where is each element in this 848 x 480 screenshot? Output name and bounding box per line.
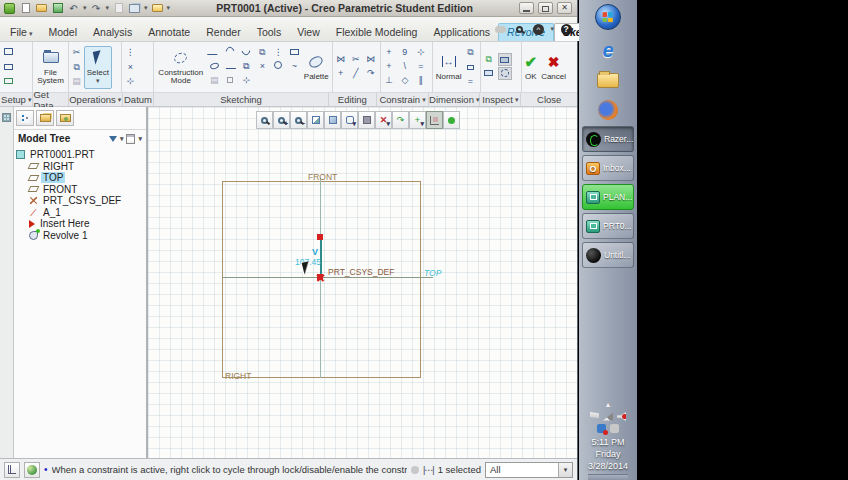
sketch-display-filters-icon[interactable] bbox=[443, 111, 460, 129]
cancel-button[interactable]: ✖ Cancel bbox=[539, 51, 568, 84]
datum-csys-icon[interactable]: ⊹ bbox=[123, 75, 137, 88]
tree-item-csys[interactable]: PRT_CSYS_DEF bbox=[16, 195, 146, 207]
feature-requirements-icon[interactable] bbox=[498, 67, 512, 80]
tray-expand-icon[interactable]: ▲ bbox=[605, 401, 612, 408]
open-file-icon[interactable] bbox=[35, 2, 48, 15]
paste-icon[interactable]: ▤ bbox=[70, 75, 84, 88]
volume-muted-icon[interactable] bbox=[617, 412, 626, 421]
favorites-tab[interactable] bbox=[56, 110, 74, 126]
chamfer-tool-icon[interactable] bbox=[223, 60, 238, 73]
spin-center-icon[interactable]: +▾ bbox=[409, 111, 426, 129]
taskbar-button-inbox[interactable]: O Inbox... bbox=[582, 155, 634, 181]
tree-item-right[interactable]: RIGHT bbox=[16, 161, 146, 173]
search-tool-icon[interactable]: |⋯| bbox=[423, 465, 434, 475]
horizontal-constraint-icon[interactable]: + bbox=[382, 60, 396, 73]
tree-item-part[interactable]: PRT0001.PRT bbox=[16, 149, 146, 161]
horizontal-reference-line[interactable] bbox=[222, 277, 433, 278]
start-button[interactable] bbox=[595, 4, 621, 30]
overlapping-geometry-icon[interactable]: ⧉ bbox=[482, 53, 496, 66]
graphics-canvas[interactable]: + − ▾ ✕▾ ↷ +▾ bbox=[148, 107, 577, 458]
delete-segment-icon[interactable]: ✂ bbox=[349, 53, 363, 66]
tray-app-icon[interactable] bbox=[610, 424, 619, 433]
display-style-icon[interactable] bbox=[324, 111, 341, 129]
print-icon[interactable] bbox=[1, 46, 15, 59]
named-views-icon[interactable]: ▾ bbox=[341, 111, 358, 129]
maximize-button[interactable] bbox=[538, 2, 553, 14]
cut-icon[interactable]: ✂ bbox=[70, 46, 84, 59]
tab-tools[interactable]: Tools bbox=[249, 24, 290, 41]
feature-list-icon[interactable] bbox=[4, 462, 20, 478]
folder-browser-tab[interactable] bbox=[36, 110, 54, 126]
shade-closed-loops-icon[interactable] bbox=[498, 53, 512, 66]
tree-settings-icon[interactable] bbox=[126, 134, 135, 144]
firefox-button[interactable] bbox=[588, 96, 628, 124]
tree-filter-arrow[interactable]: ▾ bbox=[120, 135, 124, 143]
repaint-icon[interactable] bbox=[307, 111, 324, 129]
group-label-dimension[interactable]: Dimension▾ bbox=[429, 93, 480, 106]
vertical-constraint-icon[interactable]: + bbox=[382, 46, 396, 59]
open-session-icon[interactable] bbox=[151, 2, 164, 15]
sketch-view-icon[interactable] bbox=[426, 111, 443, 129]
tab-model[interactable]: Model bbox=[40, 24, 85, 41]
undo-icon[interactable]: ↶ bbox=[67, 2, 80, 15]
display-setup-icon[interactable] bbox=[1, 61, 15, 74]
select-button[interactable]: Select ▾ bbox=[84, 46, 112, 89]
point-tool-icon[interactable] bbox=[223, 74, 238, 87]
panel-toggle-icon[interactable] bbox=[2, 113, 11, 122]
palette-button[interactable]: Palette bbox=[302, 51, 331, 84]
tangent-constraint-icon[interactable]: 9 bbox=[398, 46, 412, 59]
redo-dropdown-arrow[interactable]: ▾ bbox=[106, 4, 110, 12]
tree-item-axis[interactable]: ∕A_1 bbox=[16, 207, 146, 219]
taskbar-button-prt0[interactable]: PRT0... bbox=[582, 213, 634, 239]
ellipse-tool-icon[interactable] bbox=[207, 60, 222, 73]
pattern-tool-icon[interactable]: ▤ bbox=[207, 74, 222, 87]
model-tree-tab[interactable] bbox=[16, 110, 34, 126]
equal-constraint-icon[interactable]: = bbox=[414, 60, 428, 73]
group-label-constrain[interactable]: Constrain▾ bbox=[377, 93, 429, 106]
zoom-in-icon[interactable]: + bbox=[273, 111, 290, 129]
fillet-tool-icon[interactable] bbox=[239, 46, 254, 59]
tree-item-front[interactable]: FRONT bbox=[16, 184, 146, 196]
tree-filter-icon[interactable] bbox=[109, 136, 117, 142]
tree-item-top[interactable]: TOP bbox=[16, 172, 146, 184]
help-icon[interactable]: ? bbox=[559, 22, 573, 36]
tree-item-revolve[interactable]: Revolve 1 bbox=[16, 230, 146, 242]
saved-orientations-icon[interactable] bbox=[358, 111, 375, 129]
close-button[interactable]: ✕ bbox=[557, 2, 572, 14]
highlight-open-ends-icon[interactable] bbox=[482, 67, 496, 80]
reference-dimension-icon[interactable]: = bbox=[463, 75, 477, 88]
perpendicular-constraint-icon[interactable]: ⊥ bbox=[382, 74, 396, 87]
baseline-dimension-icon[interactable] bbox=[463, 61, 477, 74]
undo-dropdown-arrow[interactable]: ▾ bbox=[83, 4, 87, 12]
redo-icon[interactable]: ↷ bbox=[90, 2, 103, 15]
selection-filter-arrow[interactable]: ▾ bbox=[558, 463, 572, 477]
tab-render[interactable]: Render bbox=[198, 24, 248, 41]
line-endpoint-top[interactable] bbox=[317, 234, 323, 240]
update-tray-icon[interactable] bbox=[597, 424, 606, 433]
symmetric-constraint-icon[interactable]: ◇ bbox=[398, 74, 412, 87]
offset-tool-icon[interactable]: ⧉ bbox=[255, 46, 270, 59]
spline-tool-icon[interactable]: ~ bbox=[287, 60, 302, 73]
datum-point-icon[interactable]: × bbox=[123, 61, 137, 74]
search-icon[interactable] bbox=[512, 22, 526, 36]
internet-explorer-button[interactable]: e bbox=[588, 36, 628, 64]
action-center-icon[interactable] bbox=[590, 412, 599, 421]
tab-annotate[interactable]: Annotate bbox=[140, 24, 198, 41]
construction-mode-button[interactable]: Construction Mode bbox=[155, 47, 207, 88]
midpoint-constraint-icon[interactable]: ⊹ bbox=[414, 46, 428, 59]
resume-icon[interactable] bbox=[493, 22, 507, 36]
mirror-icon[interactable]: ⋈ bbox=[364, 53, 378, 66]
centerline-icon[interactable]: ⋮ bbox=[123, 46, 137, 59]
sketch-more-icon[interactable]: ⋮ bbox=[271, 46, 286, 59]
line-tool-icon[interactable] bbox=[207, 46, 222, 59]
circle-tool-icon[interactable] bbox=[271, 60, 286, 73]
tree-item-insert-here[interactable]: Insert Here bbox=[16, 218, 146, 230]
web-browser-icon[interactable] bbox=[24, 462, 40, 478]
copy-icon[interactable]: ⧉ bbox=[70, 61, 84, 74]
tree-settings-arrow[interactable]: ▾ bbox=[138, 135, 142, 143]
show-desktop-button[interactable] bbox=[588, 474, 628, 480]
corner-icon[interactable]: ╱ bbox=[349, 67, 363, 80]
rotate-resize-icon[interactable]: ↷ bbox=[364, 67, 378, 80]
taskbar-button-untitled[interactable]: Untitl... bbox=[582, 242, 634, 268]
parallel-constraint-icon[interactable]: ∥ bbox=[414, 74, 428, 87]
